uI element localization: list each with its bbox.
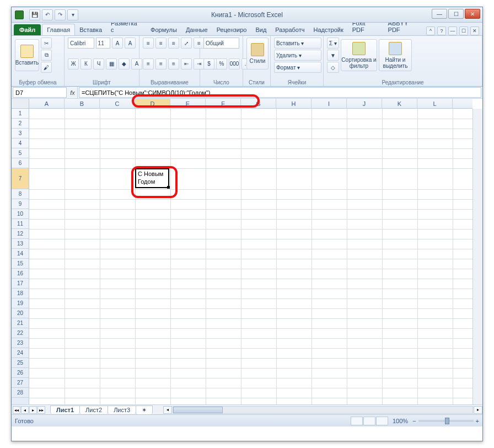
new-sheet-button[interactable]: ✶ (136, 406, 153, 414)
format-cells-button[interactable]: Формат ▾ (274, 62, 321, 73)
row-header-26[interactable]: 26 (12, 368, 29, 378)
doc-min-icon[interactable]: — (448, 26, 457, 35)
tab-data[interactable]: Данные (181, 24, 212, 35)
hscroll-left[interactable]: ◂ (163, 406, 172, 414)
qat-undo[interactable]: ↶ (42, 9, 53, 20)
border-button[interactable]: ▦ (106, 58, 117, 70)
fx-icon[interactable]: fx (68, 87, 78, 98)
row-header-7[interactable]: 7 (12, 168, 29, 189)
row-header-12[interactable]: 12 (12, 229, 29, 239)
italic-button[interactable]: К (80, 58, 92, 70)
col-header-E[interactable]: E (170, 99, 206, 108)
formula-bar[interactable]: =СЦЕПИТЬ("С Новым";СИМВОЛ(10);"Годом") (79, 87, 481, 98)
col-header-F[interactable]: F (206, 99, 241, 108)
maximize-button[interactable]: ☐ (448, 9, 464, 19)
tab-nav-next[interactable]: ▸ (29, 406, 37, 414)
vertical-scrollbar[interactable] (472, 109, 482, 404)
delete-cells-button[interactable]: Удалить ▾ (274, 50, 321, 61)
col-header-B[interactable]: B (65, 99, 100, 108)
col-header-G[interactable]: G (241, 99, 276, 108)
row-header-5[interactable]: 5 (12, 148, 29, 158)
tab-view[interactable]: Вид (251, 24, 271, 35)
number-format-combo[interactable]: Общий (203, 38, 239, 49)
minimize-button[interactable]: — (432, 9, 447, 19)
font-name-combo[interactable]: Calibri (68, 38, 94, 49)
row-header-1[interactable]: 1 (12, 109, 29, 119)
indent-dec[interactable]: ⇤ (181, 58, 192, 70)
sheet-tab-1[interactable]: Лист1 (50, 406, 80, 414)
zoom-thumb[interactable] (445, 418, 449, 424)
name-box[interactable]: D7 (13, 87, 67, 98)
fill-color-button[interactable]: ◆ (119, 58, 130, 70)
row-header-11[interactable]: 11 (12, 219, 29, 229)
comma-button[interactable]: 000 (229, 58, 240, 70)
tab-nav-last[interactable]: ▸▸ (37, 406, 45, 414)
shrink-font-button[interactable]: A (125, 38, 136, 49)
row-header-28[interactable]: 28 (12, 388, 29, 398)
styles-button[interactable]: Стили (246, 38, 269, 70)
find-select-button[interactable]: Найти и выделить (379, 39, 412, 71)
view-page-layout[interactable] (363, 417, 375, 425)
tab-insert[interactable]: Вставка (75, 24, 106, 35)
cut-button[interactable]: ✂ (41, 38, 52, 49)
tab-nav-first[interactable]: ◂◂ (13, 406, 20, 414)
doc-max-icon[interactable]: ☐ (459, 26, 468, 35)
sort-filter-button[interactable]: Сортировка и фильтр (341, 39, 377, 71)
hscroll-right[interactable]: ▸ (474, 406, 482, 414)
zoom-out[interactable]: − (412, 418, 416, 424)
currency-button[interactable]: $ (203, 58, 214, 70)
orientation-button[interactable]: ⤢ (181, 38, 192, 49)
zoom-slider[interactable] (418, 420, 474, 422)
col-header-I[interactable]: I (312, 99, 347, 108)
row-header-9[interactable]: 9 (12, 199, 29, 209)
align-center[interactable]: ≡ (155, 58, 167, 70)
file-tab[interactable]: Файл (14, 24, 41, 35)
row-header-21[interactable]: 21 (12, 318, 29, 328)
insert-cells-button[interactable]: Вставить ▾ (274, 38, 321, 49)
row-header-25[interactable]: 25 (12, 358, 29, 368)
paste-button[interactable]: Вставить (15, 39, 39, 71)
doc-close-icon[interactable]: ✕ (470, 26, 479, 35)
sheet-tab-3[interactable]: Лист3 (108, 406, 136, 414)
view-page-break[interactable] (376, 417, 388, 425)
help-icon[interactable]: ? (437, 26, 446, 35)
align-right[interactable]: ≡ (168, 58, 179, 70)
font-size-combo[interactable]: 11 (96, 38, 110, 49)
cells-grid[interactable]: С Новым Годом (29, 109, 472, 404)
align-top[interactable]: ≡ (143, 38, 154, 49)
fill-button[interactable]: ▼ (327, 50, 339, 61)
autosum-button[interactable]: Σ ▾ (327, 38, 339, 49)
row-header-8[interactable]: 8 (12, 189, 29, 199)
sheet-tab-2[interactable]: Лист2 (79, 406, 108, 414)
row-header-23[interactable]: 23 (12, 338, 29, 348)
row-header-19[interactable]: 19 (12, 298, 29, 308)
col-header-J[interactable]: J (347, 99, 382, 108)
row-header-2[interactable]: 2 (12, 119, 29, 129)
row-header-16[interactable]: 16 (12, 269, 29, 279)
view-normal[interactable] (351, 417, 363, 425)
tab-formulas[interactable]: Формулы (146, 24, 181, 35)
tab-nav-prev[interactable]: ◂ (21, 406, 29, 414)
col-header-L[interactable]: L (417, 99, 453, 108)
underline-button[interactable]: Ч (93, 58, 104, 70)
copy-button[interactable]: ⧉ (41, 50, 52, 61)
row-header-22[interactable]: 22 (12, 328, 29, 338)
row-header-4[interactable]: 4 (12, 138, 29, 148)
tab-developer[interactable]: Разработч (271, 24, 309, 35)
col-header-C[interactable]: C (100, 99, 135, 108)
row-header-10[interactable]: 10 (12, 209, 29, 219)
zoom-in[interactable]: + (476, 418, 479, 424)
clear-button[interactable]: ◇ (327, 62, 339, 73)
percent-button[interactable]: % (216, 58, 227, 70)
close-button[interactable]: ✕ (465, 9, 480, 19)
grow-font-button[interactable]: A (112, 38, 123, 49)
tab-addins[interactable]: Надстройк (309, 24, 348, 35)
hscroll-thumb[interactable] (173, 407, 223, 413)
align-mid[interactable]: ≡ (155, 38, 167, 49)
col-header-K[interactable]: K (382, 99, 417, 108)
row-header-13[interactable]: 13 (12, 239, 29, 249)
align-left[interactable]: ≡ (143, 58, 154, 70)
qat-more[interactable]: ▾ (67, 9, 78, 20)
ribbon-collapse-icon[interactable]: ^ (426, 26, 435, 35)
bold-button[interactable]: Ж (68, 58, 79, 70)
